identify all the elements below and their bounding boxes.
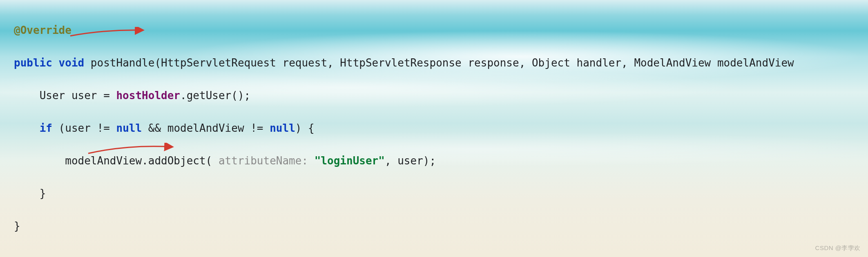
code-line: @Override: [14, 22, 868, 38]
keyword-void: void: [59, 57, 85, 69]
field-ref: hostHolder: [116, 89, 180, 102]
code-line: if (user != null && modelAndView != null…: [14, 120, 868, 136]
keyword-null: null: [270, 122, 295, 134]
param-hint: attributeName:: [212, 155, 314, 167]
code-line: public void postHandle(HttpServletReques…: [14, 55, 868, 71]
method-signature: (HttpServletRequest request, HttpServlet…: [154, 57, 794, 69]
method-name: postHandle: [91, 57, 155, 69]
code-block: @Override public void postHandle(HttpSer…: [0, 0, 868, 257]
text: , user);: [385, 155, 436, 167]
code-line: modelAndView.addObject( attributeName: "…: [14, 153, 868, 169]
code-line: }: [14, 185, 868, 202]
code-line: User user = hostHolder.getUser();: [14, 87, 868, 104]
keyword-if: if: [40, 122, 52, 134]
text: && modelAndView !=: [142, 122, 270, 134]
keyword-public: public: [14, 57, 52, 69]
string-literal: "loginUser": [315, 155, 385, 167]
brace: }: [40, 187, 46, 199]
blank-line: [14, 250, 868, 257]
annotation: @Override: [14, 24, 71, 36]
text: (user !=: [52, 122, 116, 134]
text: .getUser();: [180, 89, 250, 102]
code-line: }: [14, 218, 868, 234]
text: modelAndView.addObject(: [65, 155, 212, 167]
watermark: CSDN @李孛欢: [815, 240, 861, 256]
text: User user =: [40, 89, 116, 102]
brace: }: [14, 220, 20, 232]
text: ) {: [295, 122, 315, 134]
keyword-null: null: [116, 122, 142, 134]
